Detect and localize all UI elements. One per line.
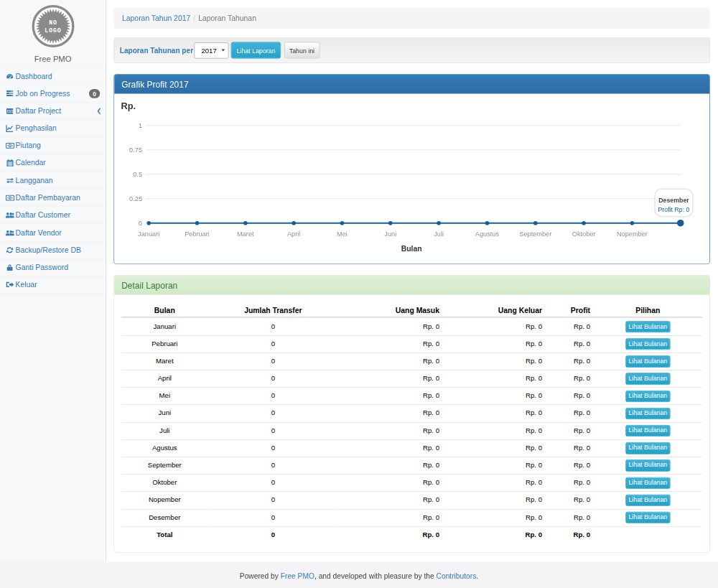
svg-text:Nopember: Nopember bbox=[617, 230, 648, 238]
svg-text:0.5: 0.5 bbox=[133, 171, 142, 178]
svg-text:Bulan: Bulan bbox=[401, 245, 421, 253]
svg-text:LOGO: LOGO bbox=[45, 27, 61, 34]
svg-text:April: April bbox=[287, 230, 300, 238]
svg-text:Agustus: Agustus bbox=[475, 230, 499, 238]
svg-text:September: September bbox=[519, 230, 551, 238]
svg-text:0.25: 0.25 bbox=[129, 195, 142, 202]
svg-text:Januari: Januari bbox=[138, 230, 159, 238]
svg-text:Oktober: Oktober bbox=[572, 230, 595, 238]
svg-text:Maret: Maret bbox=[237, 230, 254, 238]
svg-text:Juli: Juli bbox=[434, 230, 444, 238]
svg-text:Pebruari: Pebruari bbox=[185, 230, 210, 238]
svg-text:0: 0 bbox=[138, 220, 141, 227]
svg-text:Juni: Juni bbox=[384, 230, 396, 238]
svg-text:1: 1 bbox=[138, 122, 141, 129]
svg-text:NO: NO bbox=[49, 19, 57, 26]
svg-text:Mei: Mei bbox=[337, 230, 348, 238]
svg-text:0.75: 0.75 bbox=[129, 146, 142, 154]
